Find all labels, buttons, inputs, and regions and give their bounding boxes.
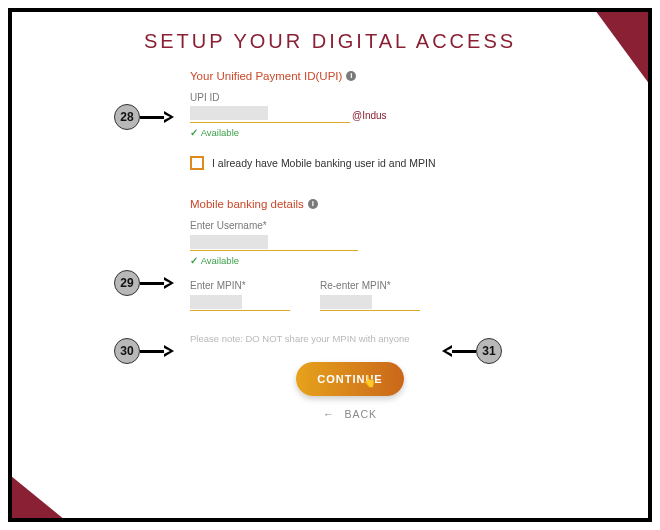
callout-28: 28 (114, 104, 140, 130)
back-arrow-icon: ← (323, 408, 335, 420)
back-link[interactable]: ← BACK (190, 408, 510, 420)
page-title: SETUP YOUR DIGITAL ACCESS (12, 12, 648, 53)
upi-id-value-mask (190, 106, 268, 120)
already-have-mpin-checkbox[interactable] (190, 156, 204, 170)
upi-section-title: Your Unified Payment ID(UPI) i (190, 70, 510, 82)
mpin-label: Enter MPIN* (190, 280, 290, 291)
already-have-mpin-label: I already have Mobile banking user id an… (212, 157, 436, 169)
info-icon[interactable]: i (308, 199, 318, 209)
continue-button[interactable]: CONTINUE 👆 (296, 362, 404, 396)
continue-label: CONTINUE (317, 373, 382, 385)
callout-29: 29 (114, 270, 140, 296)
username-available-status: Available (190, 255, 510, 266)
rempin-value-mask (320, 295, 372, 309)
mobile-section-label: Mobile banking details (190, 198, 304, 210)
upi-suffix: @Indus (352, 110, 387, 123)
back-label: BACK (344, 408, 377, 420)
callout-30: 30 (114, 338, 140, 364)
upi-section-label: Your Unified Payment ID(UPI) (190, 70, 342, 82)
mpin-value-mask (190, 295, 242, 309)
username-value-mask (190, 235, 268, 249)
info-icon[interactable]: i (346, 71, 356, 81)
mobile-section-title: Mobile banking details i (190, 198, 510, 210)
upi-id-label: UPI ID (190, 92, 510, 103)
upi-available-status: Available (190, 127, 510, 138)
decor-corner-bottom-left (10, 475, 65, 520)
username-label: Enter Username* (190, 220, 510, 231)
mpin-share-note: Please note: DO NOT share your MPIN with… (190, 333, 510, 344)
decor-corner-top-right (595, 10, 650, 85)
rempin-label: Re-enter MPIN* (320, 280, 420, 291)
